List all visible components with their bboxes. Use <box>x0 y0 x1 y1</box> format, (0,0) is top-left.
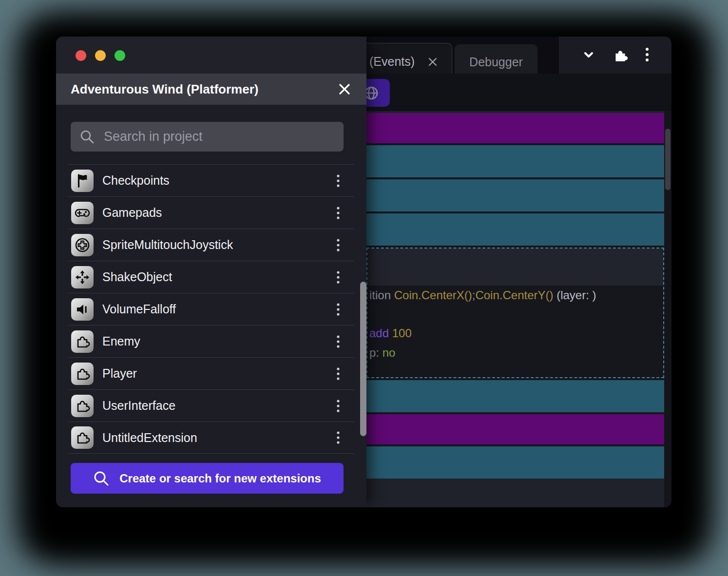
list-item-spritemultitouchjoystick[interactable]: SpriteMultitouchJoystick <box>68 229 354 261</box>
item-kebab-menu[interactable] <box>331 428 345 447</box>
joystick-icon <box>71 234 94 256</box>
item-kebab-menu[interactable] <box>331 364 345 384</box>
tab-debugger-label: Debugger <box>469 55 523 69</box>
close-window-button[interactable] <box>76 50 86 61</box>
search-icon <box>93 470 110 487</box>
extensions-list: Checkpoints Gamepads <box>56 164 366 454</box>
list-item-gamepads[interactable]: Gamepads <box>68 196 354 229</box>
close-panel-button[interactable] <box>337 82 352 96</box>
speaker-icon <box>71 298 94 321</box>
list-item-label: UntitledExtension <box>102 431 197 445</box>
tab-close-icon[interactable] <box>427 57 438 67</box>
event-action-line: p: no <box>369 346 395 360</box>
search-icon <box>79 129 95 145</box>
minimize-window-button[interactable] <box>95 50 106 61</box>
puzzle-icon <box>71 363 94 385</box>
item-kebab-menu[interactable] <box>331 235 345 255</box>
event-row[interactable] <box>366 113 664 143</box>
list-item-label: Gamepads <box>102 206 162 220</box>
list-item-label: Enemy <box>102 334 140 348</box>
create-extension-button[interactable]: Create or search for new extensions <box>71 463 344 494</box>
events-scrollbar-track[interactable] <box>664 111 671 507</box>
events-scrollbar-thumb[interactable] <box>665 129 671 190</box>
list-item-userinterface[interactable]: UserInterface <box>68 389 354 422</box>
zoom-window-button[interactable] <box>115 50 125 61</box>
list-item-label: UserInterface <box>102 399 175 413</box>
list-item-player[interactable]: Player <box>68 357 354 389</box>
screenshot-stage: (Events) Debugger <box>0 0 728 576</box>
events-sheet[interactable]: ition Coin.CenterX();Coin.CenterY() (lay… <box>366 111 671 507</box>
flag-icon <box>71 170 94 192</box>
item-kebab-menu[interactable] <box>331 203 345 223</box>
tab-events-label: (Events) <box>369 55 415 69</box>
window-menu-controls <box>559 37 671 74</box>
puzzle-icon <box>71 426 94 449</box>
list-item-untitledextension[interactable]: UntitledExtension <box>68 422 354 454</box>
project-panel-header: Adventurous Wind (Platformer) <box>56 74 366 105</box>
project-title: Adventurous Wind (Platformer) <box>71 82 258 97</box>
list-item-shakeobject[interactable]: ShakeObject <box>68 261 354 293</box>
gdevelop-window: (Events) Debugger <box>56 37 671 507</box>
event-row[interactable] <box>366 145 664 177</box>
list-item-enemy[interactable]: Enemy <box>68 325 354 357</box>
project-manager-panel: Adventurous Wind (Platformer) <box>56 37 366 507</box>
puzzle-icon <box>71 330 94 353</box>
panel-scrollbar-thumb[interactable] <box>360 282 366 436</box>
event-row[interactable] <box>366 380 664 412</box>
selected-event-row[interactable]: ition Coin.CenterX();Coin.CenterY() (lay… <box>366 248 664 378</box>
list-item-label: VolumeFalloff <box>102 302 176 316</box>
list-item-label: Player <box>102 366 137 381</box>
extensions-puzzle-button[interactable] <box>612 47 629 63</box>
tab-list-dropdown-button[interactable] <box>580 47 597 63</box>
event-row[interactable] <box>366 213 664 246</box>
list-item-label: ShakeObject <box>102 270 172 284</box>
project-search[interactable] <box>71 122 344 152</box>
event-row[interactable] <box>366 414 664 444</box>
create-extension-label: Create or search for new extensions <box>119 472 321 485</box>
item-kebab-menu[interactable] <box>331 300 345 319</box>
gamepad-icon <box>71 202 94 224</box>
event-row[interactable] <box>366 446 664 479</box>
item-kebab-menu[interactable] <box>331 268 345 287</box>
events-rows: ition Coin.CenterX();Coin.CenterY() (lay… <box>366 113 664 479</box>
list-item-label: Checkpoints <box>102 173 170 188</box>
event-action-line: add 100 <box>369 326 412 340</box>
item-kebab-menu[interactable] <box>331 332 345 351</box>
window-titlebar[interactable] <box>56 37 366 74</box>
kebab-menu-button[interactable] <box>644 45 651 65</box>
event-row[interactable] <box>366 179 664 211</box>
list-item-checkpoints[interactable]: Checkpoints <box>68 164 354 196</box>
list-item-volumefalloff[interactable]: VolumeFalloff <box>68 293 354 325</box>
selected-event-conditions <box>367 249 663 286</box>
item-kebab-menu[interactable] <box>331 396 345 416</box>
puzzle-icon <box>71 395 94 417</box>
move-arrows-icon <box>71 266 94 288</box>
search-input[interactable] <box>104 129 335 144</box>
list-item-label: SpriteMultitouchJoystick <box>102 238 233 252</box>
item-kebab-menu[interactable] <box>331 171 345 191</box>
event-action-line: ition Coin.CenterX();Coin.CenterY() (lay… <box>369 288 596 302</box>
